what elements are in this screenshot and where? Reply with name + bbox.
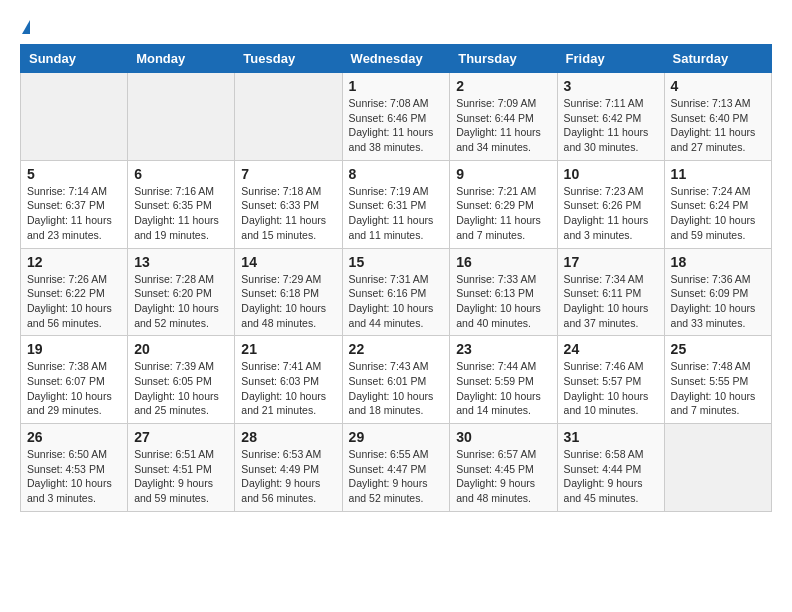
day-number: 16 bbox=[456, 254, 550, 270]
calendar-table: SundayMondayTuesdayWednesdayThursdayFrid… bbox=[20, 44, 772, 512]
day-number: 30 bbox=[456, 429, 550, 445]
day-info: Sunrise: 6:58 AM Sunset: 4:44 PM Dayligh… bbox=[564, 447, 658, 506]
weekday-header-friday: Friday bbox=[557, 45, 664, 73]
day-info: Sunrise: 6:55 AM Sunset: 4:47 PM Dayligh… bbox=[349, 447, 444, 506]
day-number: 5 bbox=[27, 166, 121, 182]
day-info: Sunrise: 7:13 AM Sunset: 6:40 PM Dayligh… bbox=[671, 96, 765, 155]
weekday-header-saturday: Saturday bbox=[664, 45, 771, 73]
day-info: Sunrise: 7:31 AM Sunset: 6:16 PM Dayligh… bbox=[349, 272, 444, 331]
calendar-cell: 18Sunrise: 7:36 AM Sunset: 6:09 PM Dayli… bbox=[664, 248, 771, 336]
day-info: Sunrise: 7:24 AM Sunset: 6:24 PM Dayligh… bbox=[671, 184, 765, 243]
weekday-header-wednesday: Wednesday bbox=[342, 45, 450, 73]
day-info: Sunrise: 7:44 AM Sunset: 5:59 PM Dayligh… bbox=[456, 359, 550, 418]
calendar-cell bbox=[664, 424, 771, 512]
day-info: Sunrise: 7:16 AM Sunset: 6:35 PM Dayligh… bbox=[134, 184, 228, 243]
calendar-cell: 4Sunrise: 7:13 AM Sunset: 6:40 PM Daylig… bbox=[664, 73, 771, 161]
calendar-cell: 13Sunrise: 7:28 AM Sunset: 6:20 PM Dayli… bbox=[128, 248, 235, 336]
day-info: Sunrise: 7:28 AM Sunset: 6:20 PM Dayligh… bbox=[134, 272, 228, 331]
logo-triangle-icon bbox=[22, 20, 30, 34]
day-info: Sunrise: 7:38 AM Sunset: 6:07 PM Dayligh… bbox=[27, 359, 121, 418]
day-info: Sunrise: 7:46 AM Sunset: 5:57 PM Dayligh… bbox=[564, 359, 658, 418]
calendar-cell: 5Sunrise: 7:14 AM Sunset: 6:37 PM Daylig… bbox=[21, 160, 128, 248]
calendar-cell: 16Sunrise: 7:33 AM Sunset: 6:13 PM Dayli… bbox=[450, 248, 557, 336]
day-number: 2 bbox=[456, 78, 550, 94]
calendar-cell: 11Sunrise: 7:24 AM Sunset: 6:24 PM Dayli… bbox=[664, 160, 771, 248]
day-number: 28 bbox=[241, 429, 335, 445]
day-number: 23 bbox=[456, 341, 550, 357]
calendar-cell: 19Sunrise: 7:38 AM Sunset: 6:07 PM Dayli… bbox=[21, 336, 128, 424]
day-number: 25 bbox=[671, 341, 765, 357]
calendar-cell: 14Sunrise: 7:29 AM Sunset: 6:18 PM Dayli… bbox=[235, 248, 342, 336]
day-number: 22 bbox=[349, 341, 444, 357]
day-number: 7 bbox=[241, 166, 335, 182]
page-header bbox=[20, 20, 772, 34]
day-info: Sunrise: 7:34 AM Sunset: 6:11 PM Dayligh… bbox=[564, 272, 658, 331]
calendar-cell: 3Sunrise: 7:11 AM Sunset: 6:42 PM Daylig… bbox=[557, 73, 664, 161]
calendar-cell: 6Sunrise: 7:16 AM Sunset: 6:35 PM Daylig… bbox=[128, 160, 235, 248]
calendar-cell: 10Sunrise: 7:23 AM Sunset: 6:26 PM Dayli… bbox=[557, 160, 664, 248]
day-info: Sunrise: 7:41 AM Sunset: 6:03 PM Dayligh… bbox=[241, 359, 335, 418]
calendar-week-row: 12Sunrise: 7:26 AM Sunset: 6:22 PM Dayli… bbox=[21, 248, 772, 336]
day-number: 19 bbox=[27, 341, 121, 357]
day-info: Sunrise: 7:09 AM Sunset: 6:44 PM Dayligh… bbox=[456, 96, 550, 155]
calendar-cell: 17Sunrise: 7:34 AM Sunset: 6:11 PM Dayli… bbox=[557, 248, 664, 336]
weekday-header-row: SundayMondayTuesdayWednesdayThursdayFrid… bbox=[21, 45, 772, 73]
weekday-header-sunday: Sunday bbox=[21, 45, 128, 73]
calendar-cell: 27Sunrise: 6:51 AM Sunset: 4:51 PM Dayli… bbox=[128, 424, 235, 512]
calendar-cell: 9Sunrise: 7:21 AM Sunset: 6:29 PM Daylig… bbox=[450, 160, 557, 248]
calendar-cell: 12Sunrise: 7:26 AM Sunset: 6:22 PM Dayli… bbox=[21, 248, 128, 336]
logo bbox=[20, 20, 30, 34]
calendar-cell: 1Sunrise: 7:08 AM Sunset: 6:46 PM Daylig… bbox=[342, 73, 450, 161]
day-number: 18 bbox=[671, 254, 765, 270]
day-number: 3 bbox=[564, 78, 658, 94]
day-number: 20 bbox=[134, 341, 228, 357]
day-number: 1 bbox=[349, 78, 444, 94]
day-number: 21 bbox=[241, 341, 335, 357]
calendar-cell bbox=[235, 73, 342, 161]
day-number: 26 bbox=[27, 429, 121, 445]
calendar-cell: 23Sunrise: 7:44 AM Sunset: 5:59 PM Dayli… bbox=[450, 336, 557, 424]
day-info: Sunrise: 6:53 AM Sunset: 4:49 PM Dayligh… bbox=[241, 447, 335, 506]
calendar-cell: 20Sunrise: 7:39 AM Sunset: 6:05 PM Dayli… bbox=[128, 336, 235, 424]
day-info: Sunrise: 7:08 AM Sunset: 6:46 PM Dayligh… bbox=[349, 96, 444, 155]
day-number: 15 bbox=[349, 254, 444, 270]
day-info: Sunrise: 7:23 AM Sunset: 6:26 PM Dayligh… bbox=[564, 184, 658, 243]
day-info: Sunrise: 7:36 AM Sunset: 6:09 PM Dayligh… bbox=[671, 272, 765, 331]
day-info: Sunrise: 7:29 AM Sunset: 6:18 PM Dayligh… bbox=[241, 272, 335, 331]
day-number: 13 bbox=[134, 254, 228, 270]
calendar-cell: 29Sunrise: 6:55 AM Sunset: 4:47 PM Dayli… bbox=[342, 424, 450, 512]
day-info: Sunrise: 7:19 AM Sunset: 6:31 PM Dayligh… bbox=[349, 184, 444, 243]
calendar-cell: 28Sunrise: 6:53 AM Sunset: 4:49 PM Dayli… bbox=[235, 424, 342, 512]
day-info: Sunrise: 7:18 AM Sunset: 6:33 PM Dayligh… bbox=[241, 184, 335, 243]
day-info: Sunrise: 7:11 AM Sunset: 6:42 PM Dayligh… bbox=[564, 96, 658, 155]
calendar-cell: 24Sunrise: 7:46 AM Sunset: 5:57 PM Dayli… bbox=[557, 336, 664, 424]
weekday-header-monday: Monday bbox=[128, 45, 235, 73]
calendar-cell: 22Sunrise: 7:43 AM Sunset: 6:01 PM Dayli… bbox=[342, 336, 450, 424]
calendar-cell: 31Sunrise: 6:58 AM Sunset: 4:44 PM Dayli… bbox=[557, 424, 664, 512]
calendar-cell: 2Sunrise: 7:09 AM Sunset: 6:44 PM Daylig… bbox=[450, 73, 557, 161]
weekday-header-tuesday: Tuesday bbox=[235, 45, 342, 73]
calendar-cell: 7Sunrise: 7:18 AM Sunset: 6:33 PM Daylig… bbox=[235, 160, 342, 248]
calendar-cell: 30Sunrise: 6:57 AM Sunset: 4:45 PM Dayli… bbox=[450, 424, 557, 512]
day-info: Sunrise: 7:48 AM Sunset: 5:55 PM Dayligh… bbox=[671, 359, 765, 418]
day-info: Sunrise: 7:14 AM Sunset: 6:37 PM Dayligh… bbox=[27, 184, 121, 243]
calendar-week-row: 1Sunrise: 7:08 AM Sunset: 6:46 PM Daylig… bbox=[21, 73, 772, 161]
day-number: 8 bbox=[349, 166, 444, 182]
calendar-cell: 25Sunrise: 7:48 AM Sunset: 5:55 PM Dayli… bbox=[664, 336, 771, 424]
calendar-cell: 21Sunrise: 7:41 AM Sunset: 6:03 PM Dayli… bbox=[235, 336, 342, 424]
day-info: Sunrise: 7:21 AM Sunset: 6:29 PM Dayligh… bbox=[456, 184, 550, 243]
calendar-week-row: 19Sunrise: 7:38 AM Sunset: 6:07 PM Dayli… bbox=[21, 336, 772, 424]
day-number: 11 bbox=[671, 166, 765, 182]
calendar-week-row: 26Sunrise: 6:50 AM Sunset: 4:53 PM Dayli… bbox=[21, 424, 772, 512]
day-info: Sunrise: 6:50 AM Sunset: 4:53 PM Dayligh… bbox=[27, 447, 121, 506]
day-number: 9 bbox=[456, 166, 550, 182]
day-number: 12 bbox=[27, 254, 121, 270]
day-number: 4 bbox=[671, 78, 765, 94]
day-info: Sunrise: 6:57 AM Sunset: 4:45 PM Dayligh… bbox=[456, 447, 550, 506]
day-info: Sunrise: 7:26 AM Sunset: 6:22 PM Dayligh… bbox=[27, 272, 121, 331]
day-number: 10 bbox=[564, 166, 658, 182]
day-number: 29 bbox=[349, 429, 444, 445]
calendar-cell: 26Sunrise: 6:50 AM Sunset: 4:53 PM Dayli… bbox=[21, 424, 128, 512]
calendar-cell: 8Sunrise: 7:19 AM Sunset: 6:31 PM Daylig… bbox=[342, 160, 450, 248]
day-number: 27 bbox=[134, 429, 228, 445]
